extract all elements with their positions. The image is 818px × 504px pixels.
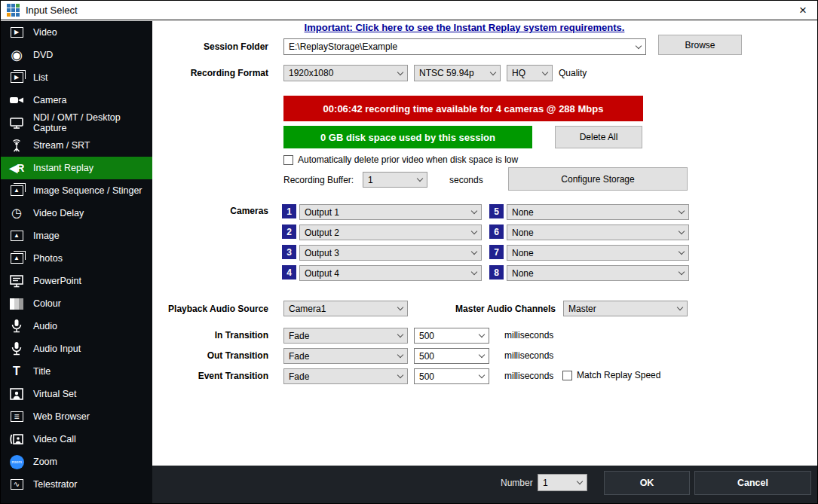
event-transition-label: Event Transition — [198, 371, 268, 381]
sidebar-item-list[interactable]: ▶ List — [1, 66, 152, 89]
important-link[interactable]: Important: Click here to see the Instant… — [283, 22, 645, 33]
out-transition-effect: Fade — [289, 351, 398, 362]
sidebar-item-label: Web Browser — [33, 411, 90, 422]
camera-slot-2: 2 Output 2 — [282, 225, 482, 240]
sidebar: ▶ Video ◉ DVD ▶ List Camera NDI / OMT / … — [1, 21, 152, 503]
camera-8-combo[interactable]: None — [507, 265, 689, 281]
out-transition-ms-combo[interactable]: 500 — [414, 348, 489, 364]
sidebar-item-web-browser[interactable]: ≡ Web Browser — [1, 405, 152, 428]
camera-2-combo[interactable]: Output 2 — [299, 225, 482, 240]
out-transition-duration: 500 — [419, 351, 479, 362]
sidebar-item-video[interactable]: ▶ Video — [1, 21, 152, 44]
out-transition-unit: milliseconds — [504, 350, 553, 361]
quality-combo[interactable]: HQ — [507, 65, 553, 81]
video-call-icon — [8, 431, 26, 447]
sidebar-item-instant-replay[interactable]: ◀R Instant Replay — [1, 157, 152, 179]
in-transition-duration: 500 — [419, 331, 479, 341]
sidebar-item-dvd[interactable]: ◉ DVD — [1, 44, 152, 66]
sidebar-item-stream[interactable]: Stream / SRT — [1, 134, 152, 157]
sidebar-item-video-delay[interactable]: ◷ Video Delay — [1, 202, 152, 225]
match-replay-checkbox-row[interactable]: Match Replay Speed — [562, 370, 660, 380]
session-folder-label: Session Folder — [204, 41, 268, 52]
browser-icon: ≡ — [8, 408, 26, 425]
resolution-combo[interactable]: 1920x1080 — [283, 65, 408, 81]
auto-delete-label: Automatically delete prior video when di… — [298, 154, 518, 165]
sidebar-item-powerpoint[interactable]: PowerPoint — [1, 270, 152, 292]
configure-storage-button[interactable]: Configure Storage — [508, 167, 688, 191]
antenna-icon — [8, 137, 26, 154]
sidebar-item-label: DVD — [33, 50, 53, 60]
ok-button[interactable]: OK — [604, 471, 690, 495]
zoom-logo-icon: zoom — [8, 454, 26, 470]
camera-6-value: None — [512, 228, 679, 238]
sidebar-item-title[interactable]: T Title — [1, 360, 152, 383]
recording-buffer-label: Recording Buffer: — [283, 175, 354, 185]
event-transition-ms-combo[interactable]: 500 — [414, 368, 489, 384]
out-transition-label: Out Transition — [207, 350, 268, 361]
sidebar-item-video-call[interactable]: Video Call — [1, 428, 152, 451]
chevron-down-icon — [679, 269, 685, 275]
sidebar-item-zoom[interactable]: zoom Zoom — [1, 451, 152, 473]
auto-delete-checkbox-row[interactable]: Automatically delete prior video when di… — [283, 154, 518, 165]
sidebar-item-image-sequence[interactable]: ▲ Image Sequence / Stinger — [1, 179, 152, 202]
sidebar-item-label: Stream / SRT — [33, 140, 90, 151]
chevron-down-icon — [397, 69, 403, 75]
cancel-button[interactable]: Cancel — [694, 471, 811, 495]
chevron-down-icon — [471, 208, 477, 214]
camera-1-value: Output 1 — [305, 207, 472, 218]
camera-slot-1: 1 Output 1 — [282, 204, 482, 220]
camera-1-combo[interactable]: Output 1 — [299, 204, 482, 220]
film-strip-icon: ▶ — [8, 24, 26, 41]
number-value: 1 — [543, 478, 578, 488]
sidebar-item-label: Image — [33, 231, 60, 241]
session-folder-combo[interactable]: E:\ReplayStorage\Example — [283, 38, 646, 55]
in-transition-ms-combo[interactable]: 500 — [414, 328, 489, 344]
sidebar-item-label: Title — [33, 366, 51, 377]
close-icon[interactable]: × — [799, 2, 807, 19]
recording-buffer-combo[interactable]: 1 — [363, 172, 427, 188]
camera-4-combo[interactable]: Output 4 — [299, 265, 482, 281]
event-transition-combo[interactable]: Fade — [283, 368, 408, 384]
sidebar-item-ndi[interactable]: NDI / OMT / Desktop Capture — [1, 111, 152, 134]
playback-audio-combo[interactable]: Camera1 — [283, 301, 408, 316]
sidebar-item-colour[interactable]: Colour — [1, 292, 152, 315]
photos-stack-icon: ▲ — [8, 250, 26, 267]
sidebar-item-image[interactable]: ▲ Image — [1, 225, 152, 247]
match-replay-checkbox[interactable] — [562, 371, 572, 380]
sidebar-item-label: Virtual Set — [33, 389, 76, 399]
replay-arrow-icon: ◀R — [8, 160, 26, 176]
framerate-combo[interactable]: NTSC 59.94p — [414, 65, 501, 81]
number-combo[interactable]: 1 — [538, 474, 587, 491]
sidebar-item-camera[interactable]: Camera — [1, 89, 152, 111]
camera-5-combo[interactable]: None — [507, 204, 689, 220]
camera-number-badge: 5 — [489, 204, 504, 218]
sidebar-item-photos[interactable]: ▲ Photos — [1, 247, 152, 270]
chevron-down-icon — [490, 69, 496, 75]
sidebar-item-telestrator[interactable]: ∿ Telestrator — [1, 473, 152, 496]
recording-time-banner: 00:06:42 recording time available for 4 … — [283, 96, 643, 121]
sidebar-item-audio-input[interactable]: Audio Input — [1, 338, 152, 360]
camera-slot-7: 7 None — [489, 245, 689, 261]
auto-delete-checkbox[interactable] — [283, 155, 293, 165]
chevron-down-icon — [679, 208, 685, 214]
dvd-disc-icon: ◉ — [8, 47, 26, 63]
sidebar-item-virtual-set[interactable]: Virtual Set — [1, 383, 152, 405]
camera-6-combo[interactable]: None — [507, 225, 689, 240]
in-transition-combo[interactable]: Fade — [283, 328, 408, 344]
chevron-down-icon — [679, 228, 685, 234]
master-audio-combo[interactable]: Master — [563, 301, 688, 316]
sidebar-item-label: Colour — [33, 298, 61, 309]
chevron-down-icon — [471, 269, 477, 275]
delete-all-button[interactable]: Delete All — [555, 126, 642, 148]
microphone-icon — [8, 341, 26, 357]
sidebar-item-label: Image Sequence / Stinger — [33, 185, 142, 196]
chevron-down-icon — [577, 478, 583, 484]
browse-button[interactable]: Browse — [658, 35, 742, 55]
out-transition-combo[interactable]: Fade — [283, 348, 408, 364]
sidebar-item-audio[interactable]: Audio — [1, 315, 152, 338]
camera-7-combo[interactable]: None — [507, 245, 689, 261]
sidebar-item-label: Audio — [33, 321, 57, 331]
chevron-down-icon — [677, 304, 683, 310]
chevron-down-icon — [542, 69, 548, 75]
camera-3-combo[interactable]: Output 3 — [299, 245, 482, 261]
